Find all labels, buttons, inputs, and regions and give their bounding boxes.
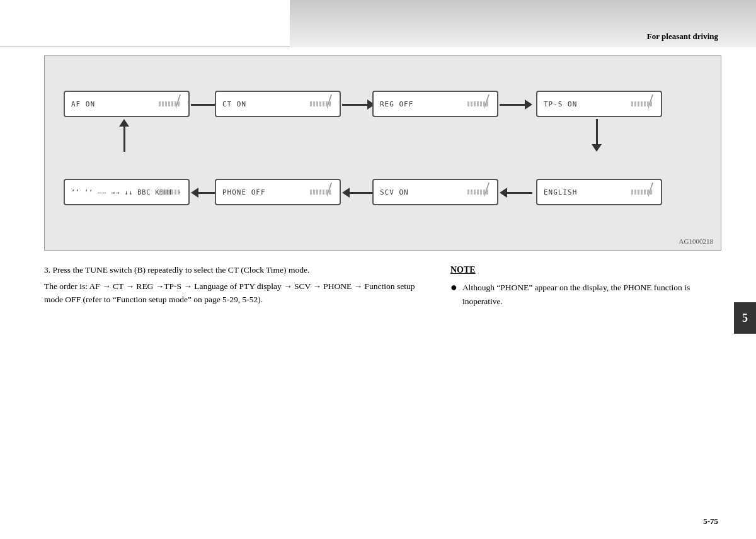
arrow-line [500, 104, 525, 106]
screen-af: AF ON [64, 91, 190, 117]
right-content: NOTE ● Although “PHONE” appear on the di… [450, 263, 721, 309]
screen-bbc-text: ’’ ‘‘ ―― →→ ↓↓ BBC KENT • [71, 189, 182, 196]
screen-slash-english [648, 180, 661, 207]
order-text: The order is: AF → CT → REG →TP-S → Lang… [44, 280, 425, 307]
screen-reg: REG OFF [372, 91, 498, 117]
diagram-box: AF ON CT ON REG OFF TP-S ON ’’ ‘‘ [44, 55, 721, 251]
arrow-head [342, 188, 350, 198]
left-content: 3. Press the TUNE switch (B) repeatedly … [44, 263, 425, 309]
section-number: 5 [742, 312, 748, 325]
screen-bbc: ’’ ‘‘ ―― →→ ↓↓ BBC KENT • [64, 179, 190, 205]
page-header: For pleasant driving [0, 0, 756, 47]
screen-scv-text: SCV ON [380, 188, 409, 196]
note-text: Although “PHONE” appear on the display, … [462, 281, 721, 308]
screen-phone-text: PHONE OFF [222, 188, 266, 196]
arrow-ct-reg [342, 98, 375, 111]
arrow-head-down [592, 144, 602, 152]
header-title: For pleasant driving [647, 31, 718, 42]
arrow-line [342, 104, 367, 106]
arrow-english-scv [500, 186, 532, 199]
arrow-head [525, 99, 532, 110]
arrow-reg-tps [500, 98, 532, 111]
step3-text: 3. Press the TUNE switch (B) repeatedly … [44, 263, 425, 277]
screen-phone: PHONE OFF [215, 179, 341, 205]
arrow-line [191, 104, 216, 106]
arrow-head-up [119, 119, 129, 127]
screen-slash-scv [484, 180, 497, 207]
screen-tps: TP-S ON [536, 91, 662, 117]
screen-english-text: ENGLISH [544, 188, 577, 196]
screen-af-text: AF ON [71, 100, 95, 108]
arrow-line [350, 192, 375, 194]
screen-slash-phone [327, 180, 340, 207]
note-title: NOTE [450, 263, 721, 277]
ag-number: AG1000218 [679, 237, 713, 245]
arrow-head [191, 188, 198, 198]
screen-slash-ct [327, 92, 340, 118]
content-area: 3. Press the TUNE switch (B) repeatedly … [44, 263, 721, 309]
screen-tps-text: TP-S ON [544, 100, 577, 108]
screen-reg-text: REG OFF [380, 100, 413, 108]
arrow-line-v [596, 119, 598, 144]
screen-slash-tps [648, 92, 661, 118]
screen-slash-af [176, 92, 188, 118]
bullet-icon: ● [450, 281, 457, 295]
arrow-head [500, 188, 507, 198]
screen-ct: CT ON [215, 91, 341, 117]
screen-ct-text: CT ON [222, 100, 246, 108]
page-number: 5-75 [703, 516, 718, 526]
screen-english: ENGLISH [536, 179, 662, 205]
arrow-line [507, 192, 532, 194]
screen-scv: SCV ON [372, 179, 498, 205]
arrow-up-af [119, 119, 129, 152]
screen-slash-reg [484, 92, 497, 118]
arrow-line-v [123, 127, 125, 152]
arrow-scv-phone [342, 186, 375, 199]
section-tab: 5 [734, 302, 756, 334]
note-item: ● Although “PHONE” appear on the display… [450, 281, 721, 308]
arrow-down-tps [592, 119, 602, 152]
